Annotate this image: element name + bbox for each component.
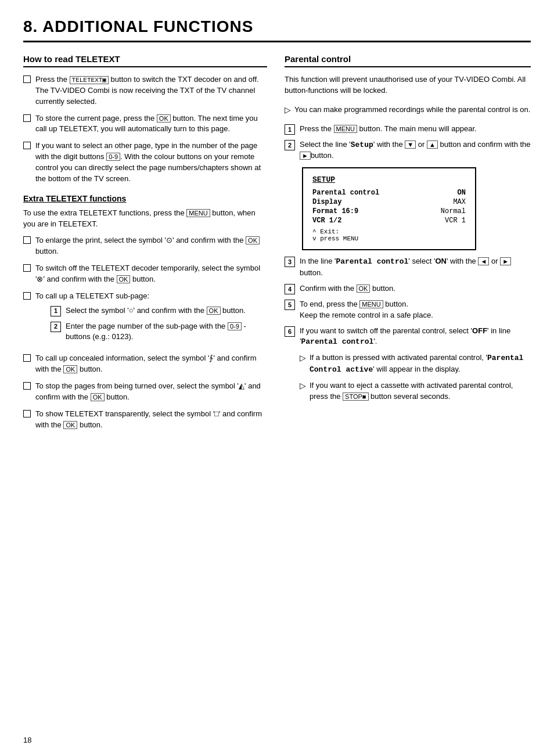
right-kbd: ► [500,257,511,265]
parental-arrow-note: ▷ You can make programmed recordings whi… [285,105,531,116]
step-num-5: 5 [285,300,295,310]
setup-exit: ^ Exit: v press MENU [312,228,466,242]
extra-bullet-3: To call up concealed information, select… [23,353,267,375]
menu-kbd: MENU [186,209,210,217]
menu-kbd: MENU [359,300,383,308]
parental-step-6: 6 If you want to switch off the parental… [285,326,531,348]
sub-page-bullet: To call up a TELETEXT sub-page: 1 Select… [23,291,267,348]
checkbox-icon [23,75,31,83]
parental-arrow-text-2: If a button is pressed with activated pa… [310,352,531,376]
parental-step-4-text: Confirm with the OK button. [300,283,531,294]
title-divider [23,41,531,42]
setup-box-title: SETUP [312,175,466,184]
left-kbd: ◄ [478,257,489,265]
parental-step-5: 5 To end, press the MENU button. Keep th… [285,299,531,321]
parental-step-3-text: In the line 'Parental control' select 'O… [300,256,531,279]
off-label: OFF [472,326,487,335]
parental-intro: This function will prevent unauthorised … [285,74,531,96]
setup-display-row: Display MAX [312,198,466,206]
arrow-right-icon-3: ▷ [300,381,306,390]
parental-step-4: 4 Confirm with the OK button. [285,283,531,294]
checkbox-icon [23,264,31,272]
sub-step-2: 2 Enter the page number of the sub-page … [51,321,267,343]
extra-teletext-header: Extra TELETEXT functions [23,194,267,203]
right-column: Parental control This function will prev… [285,54,531,436]
parental-step-6-text: If you want to switch off the parental c… [300,326,531,348]
bullet-3-text: If you want to select an other page, typ… [35,141,267,184]
parental-control-mono-2: Parental control [301,337,373,346]
checkbox-icon [23,292,31,300]
checkbox-icon [23,382,31,390]
stop-kbd: STOP■ [343,393,368,401]
ok-kbd: OK [63,365,77,373]
ok-kbd: OK [63,421,77,429]
bullet-1: Press the TELETEXT▣ button to switch the… [23,74,267,107]
up-kbd: ▲ [427,141,438,149]
right-kbd: ► [300,152,311,160]
step-num-1: 1 [285,124,295,135]
parental-step-5-text: To end, press the MENU button. Keep the … [300,299,531,321]
arrow-right-icon: ▷ [285,105,291,114]
left-column: How to read TELETEXT Press the TELETEXT▣… [23,54,267,436]
page-number: 18 [23,736,31,744]
sub-page-text: To call up a TELETEXT sub-page: 1 Select… [35,291,267,348]
parental-control-mono: Parental control [336,257,408,266]
sub-step-1: 1 Select the symbol '○' and confirm with… [51,305,267,316]
setup-parental-value: ON [449,189,466,197]
step-num-2: 2 [285,140,295,150]
bullet-2: To store the current page, press the OK … [23,113,267,135]
menu-kbd: MENU [334,125,357,133]
setup-format-label: Format 16:9 [312,207,358,215]
down-kbd: ▼ [405,141,416,149]
setup-vcr-label: VCR 1/2 [312,217,341,225]
arrow-right-icon-2: ▷ [300,353,306,362]
extra-bullet-4: To stop the pages from being turned over… [23,381,267,403]
setup-vcr-row: VCR 1/2 VCR 1 [312,217,466,225]
extra-bullet-4-text: To stop the pages from being turned over… [35,381,267,403]
setup-parental-label: Parental control [312,189,379,197]
extra-bullet-3-text: To call up concealed information, select… [35,353,267,375]
ok-kbd: OK [117,275,131,283]
step-num-3: 3 [285,257,295,267]
setup-box: SETUP Parental control ON Display MAX Fo… [302,167,476,250]
extra-bullet-5: To show TELETEXT transparently, select t… [23,409,267,431]
parental-header: Parental control [285,54,531,67]
ok-kbd: OK [357,285,370,293]
extra-bullet-2-text: To switch off the TELETEXT decoder tempo… [35,263,267,285]
parental-step-2-text: Select the line 'Setup' with the ▼ or ▲ … [300,139,531,162]
main-content: How to read TELETEXT Press the TELETEXT▣… [23,54,531,436]
ok-kbd: OK [207,307,221,315]
parental-step-1-text: Press the MENU button. The main menu wil… [300,124,531,135]
parental-step-1: 1 Press the MENU button. The main menu w… [285,124,531,135]
step-num-6: 6 [285,326,295,337]
setup-label: Setup [351,141,373,149]
parental-active-label: Parental Control active [310,354,523,374]
sub-step-2-text: Enter the page number of the sub-page wi… [66,321,267,343]
extra-bullet-1: To enlarge the print, select the symbol … [23,235,267,257]
checkbox-icon [23,236,31,244]
ok-kbd: OK [91,393,105,401]
checkbox-icon [23,142,31,149]
setup-exit-line2: v press MENU [312,235,466,242]
parental-arrow-note-2: ▷ If a button is pressed with activated … [300,352,531,376]
setup-format-row: Format 16:9 Normal [312,207,466,215]
checkbox-icon [23,354,31,362]
setup-display-label: Display [312,198,341,206]
digit-kbd: 0-9 [106,153,120,161]
on-label: ON [435,257,447,265]
setup-parental-row: Parental control ON [312,189,466,197]
page-title: 8. ADDITIONAL FUNCTIONS [23,17,531,36]
step-num-4: 4 [285,284,295,294]
parental-step-2: 2 Select the line 'Setup' with the ▼ or … [285,139,531,162]
ok-kbd: OK [157,114,171,123]
bullet-3: If you want to select an other page, typ… [23,141,267,184]
extra-bullet-5-text: To show TELETEXT transparently, select t… [35,409,267,431]
bullet-1-text: Press the TELETEXT▣ button to switch the… [35,74,267,107]
checkbox-icon [23,410,31,417]
step-num-1: 1 [51,306,61,316]
parental-arrow-text: You can make programmed recordings while… [294,105,531,116]
extra-teletext-intro: To use the extra TELETEXT functions, pre… [23,208,267,230]
step-num-2: 2 [51,322,61,332]
teletext-header: How to read TELETEXT [23,54,267,67]
sub-page-steps: 1 Select the symbol '○' and confirm with… [51,305,267,343]
